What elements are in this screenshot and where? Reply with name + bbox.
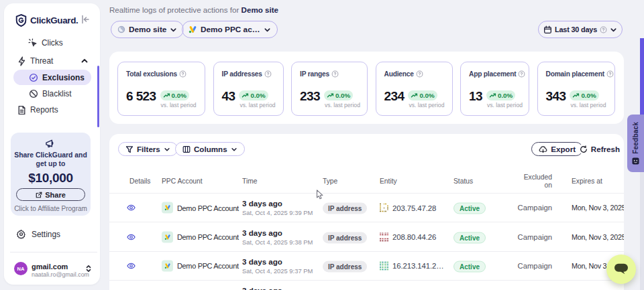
column-header-expires-at[interactable]: Expires at xyxy=(572,177,602,185)
row-time: 3 days ago Sat, Oct 4, 2025 9:39 PM xyxy=(242,199,313,216)
sidebar-divider xyxy=(10,252,97,252)
account-provider: gmail.com xyxy=(32,263,68,271)
date-range-dropdown[interactable]: Last 30 days xyxy=(538,21,623,38)
cursor-click-icon xyxy=(28,38,38,48)
funnel-icon xyxy=(125,145,133,153)
ban-icon xyxy=(29,89,38,98)
column-header-ppc-account[interactable]: PPC Account xyxy=(162,177,203,185)
row-excluded-on: Campaign xyxy=(512,233,552,241)
help-circle-icon xyxy=(600,26,607,33)
sidebar-collapse-icon[interactable] xyxy=(80,14,91,25)
refresh-button[interactable]: Refresh xyxy=(580,142,620,156)
select-chevrons-icon xyxy=(85,265,92,273)
sidebar-item-threat[interactable]: Threat xyxy=(4,54,100,68)
trend-up-icon xyxy=(241,92,249,98)
row-type: IP address xyxy=(323,202,367,214)
google-ads-icon xyxy=(162,231,173,242)
columns-icon xyxy=(182,145,191,153)
column-header-time[interactable]: Time xyxy=(242,177,258,185)
sidebar-item-settings[interactable]: Settings xyxy=(16,229,60,239)
site-filter-dropdown[interactable]: Demo site xyxy=(111,21,184,38)
stat-value: 234 xyxy=(384,89,405,104)
row-entity-value: 16.213.141.2… xyxy=(392,262,444,270)
row-time-absolute: Sat, Oct 4, 2025 9:37 PM xyxy=(242,267,313,275)
site-filter-label: Demo site xyxy=(129,25,166,34)
row-expires-at: Mon, Nov 3, 2025 xyxy=(572,233,624,241)
page-scrollbar-thumb[interactable] xyxy=(640,38,644,117)
row-entity-value: 208.80.44.26 xyxy=(392,233,436,241)
sidebar: ClickGuard. Clicks Threat xyxy=(4,3,100,285)
help-circle-icon[interactable] xyxy=(331,70,339,78)
row-time-relative: 3 days ago xyxy=(242,199,313,208)
row-details-eye-icon[interactable] xyxy=(127,263,136,269)
row-details-eye-icon[interactable] xyxy=(127,204,136,211)
sidebar-item-blacklist[interactable]: Blacklist xyxy=(4,86,100,101)
row-time: 3 days ago Sat, Oct 4, 2025 9:38 PM xyxy=(242,228,313,246)
chat-bubble-icon xyxy=(614,263,629,276)
table-header-row: Details PPC Account Time Type Entity Sta… xyxy=(109,171,624,194)
row-status: Active xyxy=(453,230,486,243)
export-button[interactable]: Export xyxy=(531,142,583,156)
row-account-name: Demo PPC Account xyxy=(177,233,239,241)
row-time-absolute: Sat, Oct 4, 2025 9:38 PM xyxy=(242,238,313,246)
row-account-name: Demo PPC Account xyxy=(177,204,239,212)
help-circle-icon[interactable] xyxy=(416,70,423,78)
affiliate-link[interactable]: Click to Affiliate Program xyxy=(11,205,91,212)
column-header-type[interactable]: Type xyxy=(323,177,337,185)
table-row[interactable]: Demo PPC Account 3 days ago Sat, Oct 4, … xyxy=(109,222,624,251)
help-circle-icon[interactable] xyxy=(264,70,272,78)
trend-badge: 0.0% xyxy=(239,90,268,100)
sidebar-item-label: Threat xyxy=(30,56,53,66)
ppc-account-filter-dropdown[interactable]: Demo PPC ac… xyxy=(182,21,278,38)
share-button-label: Share xyxy=(45,191,66,199)
share-button[interactable]: Share xyxy=(16,188,85,201)
stat-subtitle: vs. last period xyxy=(239,102,275,108)
columns-button[interactable]: Columns xyxy=(175,142,245,156)
stat-card-domain-placement: Domain placement 343 0.0% vs. last perio… xyxy=(537,62,615,116)
type-badge: IP address xyxy=(323,261,367,272)
account-switcher[interactable]: NA gmail.com naatali.ro@gmail.com xyxy=(10,262,97,279)
row-type: IP address xyxy=(323,259,367,272)
export-button-label: Export xyxy=(551,145,576,153)
logo-text: ClickGuard. xyxy=(30,15,78,25)
table-row[interactable]: 3 days ago xyxy=(109,281,624,290)
row-time-relative: 3 days ago xyxy=(242,286,282,290)
help-circle-icon[interactable] xyxy=(606,70,614,78)
stat-card-app-placement: App placement 13 0.0% vs. last period xyxy=(460,62,529,116)
filters-button[interactable]: Filters xyxy=(118,142,178,156)
identicon xyxy=(380,261,388,270)
sidebar-item-clicks[interactable]: Clicks xyxy=(4,35,100,50)
chevron-up-icon[interactable] xyxy=(80,57,89,65)
status-badge: Active xyxy=(453,203,486,214)
logo[interactable]: ClickGuard. xyxy=(15,13,95,27)
trend-badge: 0.0% xyxy=(160,90,189,100)
sidebar-item-exclusions[interactable]: Exclusions xyxy=(4,70,100,85)
feedback-tab[interactable]: Feedback xyxy=(627,115,644,172)
promo-text-line2: get up to xyxy=(11,160,91,169)
trend-badge: 0.0% xyxy=(408,90,437,100)
sidebar-item-label: Settings xyxy=(32,230,60,239)
sidebar-scrollbar-thumb[interactable] xyxy=(97,66,99,127)
table-row[interactable]: Demo PPC Account 3 days ago Sat, Oct 4, … xyxy=(109,194,624,222)
trend-badge: 0.0% xyxy=(570,90,598,100)
sidebar-item-reports[interactable]: Reports xyxy=(4,102,100,117)
help-circle-icon[interactable] xyxy=(179,70,186,78)
row-time: 3 days ago Sat, Oct 4, 2025 9:37 PM xyxy=(242,257,313,275)
row-details-eye-icon[interactable] xyxy=(127,234,136,240)
page-title-site: Demo site xyxy=(241,5,278,14)
sidebar-item-label: Clicks xyxy=(42,38,63,48)
stat-value: 6 523 xyxy=(126,89,156,104)
row-status: Active xyxy=(453,202,486,214)
stat-value: 43 xyxy=(222,89,235,104)
help-circle-icon[interactable] xyxy=(518,70,525,78)
table-row[interactable]: Demo PPC Account 3 days ago Sat, Oct 4, … xyxy=(109,252,624,281)
stat-card-ip-ranges: IP ranges 233 0.0% vs. last period xyxy=(291,62,368,116)
trend-up-icon xyxy=(411,92,418,98)
chat-launcher-button[interactable] xyxy=(606,255,636,284)
column-header-status[interactable]: Status xyxy=(453,177,473,185)
promo-amount: $10,000 xyxy=(11,171,91,186)
trend-value: 0.0% xyxy=(581,92,596,99)
column-header-excluded-on[interactable]: Excluded on xyxy=(519,173,552,189)
column-header-details[interactable]: Details xyxy=(129,177,150,185)
column-header-entity[interactable]: Entity xyxy=(380,177,397,185)
